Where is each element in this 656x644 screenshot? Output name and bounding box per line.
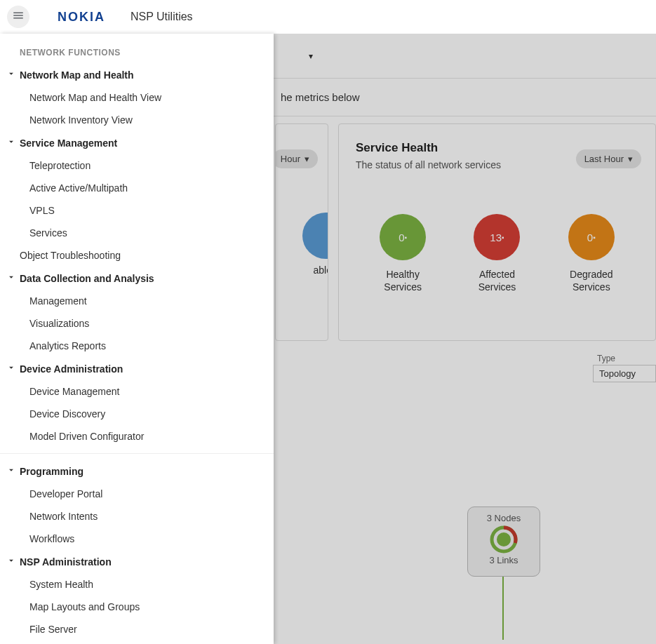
circle-partial-label: able xyxy=(314,264,328,276)
caret-down-icon: ▾ xyxy=(628,154,633,164)
nav-group-network-map-and-health[interactable]: Network Map and Health xyxy=(0,63,274,86)
nav-item-active-active-multipath[interactable]: Active Active/Multipath xyxy=(0,177,274,199)
card-network-health-partial: Hour ▾ able xyxy=(275,123,328,341)
nav-group-service-management[interactable]: Service Management xyxy=(0,131,274,154)
chevron-down-icon xyxy=(4,137,18,149)
nav-divider xyxy=(0,453,274,454)
topology-node-cluster[interactable]: 3 Nodes 3 Links xyxy=(467,507,540,577)
nav-item-device-discovery[interactable]: Device Discovery xyxy=(0,403,274,425)
hamburger-menu-button[interactable] xyxy=(7,6,29,28)
metric-label: AffectedServices xyxy=(458,269,535,293)
time-range-chip[interactable]: Hour ▾ xyxy=(275,149,318,168)
nav-item-developer-portal[interactable]: Developer Portal xyxy=(0,483,274,505)
nav-item-management[interactable]: Management xyxy=(0,290,274,312)
cluster-status-ring-icon xyxy=(490,525,518,554)
hamburger-icon xyxy=(12,9,25,25)
nav-group-device-administration[interactable]: Device Administration xyxy=(0,357,274,380)
topology-link-wire xyxy=(502,577,504,640)
cluster-nodes-label: 3 Nodes xyxy=(468,513,540,523)
type-selector-label: Type xyxy=(593,354,656,363)
time-range-chip[interactable]: Last Hour ▾ xyxy=(576,149,641,168)
nav-item-object-troubleshooting[interactable]: Object Troubleshooting xyxy=(0,244,274,267)
caret-down-icon[interactable]: ▾ xyxy=(309,51,313,61)
circle-partial-blue xyxy=(302,213,328,259)
nav-item-network-inventory-view[interactable]: Network Inventory View xyxy=(0,109,274,131)
time-range-label: Last Hour xyxy=(584,154,624,164)
nav-item-workflows[interactable]: Workflows xyxy=(0,528,274,550)
brand-logo: NOKIA xyxy=(58,10,105,25)
metric-label: DegradedServices xyxy=(553,269,630,293)
type-selector: Type Topology xyxy=(593,354,656,382)
nav-item-system-health[interactable]: System Health xyxy=(0,573,274,596)
nav-item-teleprotection[interactable]: Teleprotection xyxy=(0,154,274,177)
nav-group-label: Network Map and Health xyxy=(20,69,134,81)
chevron-down-icon xyxy=(4,272,18,284)
metric-degraded-services[interactable]: 0▪DegradedServices xyxy=(553,214,630,293)
nav-item-network-map-and-health-view[interactable]: Network Map and Health View xyxy=(0,86,274,109)
nav-group-data-collection-and-analysis[interactable]: Data Collection and Analysis xyxy=(0,267,274,290)
nav-item-vpls[interactable]: VPLS xyxy=(0,199,274,222)
svg-point-1 xyxy=(497,532,511,546)
metric-circle: 0▪ xyxy=(380,214,426,260)
metric-circle: 0▪ xyxy=(568,214,615,260)
cluster-links-label: 3 Links xyxy=(468,555,540,565)
time-range-label: Hour xyxy=(281,154,300,164)
type-selector-field[interactable]: Topology xyxy=(593,365,656,382)
topbar: NOKIA NSP Utilities xyxy=(0,0,656,34)
metric-affected-services[interactable]: 13▪AffectedServices xyxy=(458,214,535,293)
nav-item-map-layouts-and-groups[interactable]: Map Layouts and Groups xyxy=(0,596,274,618)
metric-label: HealthyServices xyxy=(364,269,441,293)
nav-item-model-driven-configurator[interactable]: Model Driven Configurator xyxy=(0,425,274,448)
service-health-circles: 0▪HealthyServices13▪AffectedServices0▪De… xyxy=(356,214,638,293)
card-service-health: Service Health The status of all network… xyxy=(338,123,656,341)
metric-circle: 13▪ xyxy=(474,214,520,260)
nav-item-services[interactable]: Services xyxy=(0,222,274,244)
nav-group-nsp-administration[interactable]: NSP Administration xyxy=(0,550,274,573)
nav-item-analytics-reports[interactable]: Analytics Reports xyxy=(0,335,274,357)
nav-drawer[interactable]: NETWORK FUNCTIONSNetwork Map and HealthN… xyxy=(0,34,274,644)
metric-healthy-services[interactable]: 0▪HealthyServices xyxy=(364,214,441,293)
chevron-down-icon xyxy=(4,69,18,81)
nav-section-header: NETWORK FUNCTIONS xyxy=(0,41,274,63)
nav-group-label: Device Administration xyxy=(20,363,123,375)
chevron-down-icon xyxy=(4,465,18,477)
nav-group-label: Data Collection and Analysis xyxy=(20,273,154,284)
nav-group-label: Programming xyxy=(20,466,83,477)
app-title: NSP Utilities xyxy=(130,11,193,23)
nav-item-file-server[interactable]: File Server xyxy=(0,618,274,640)
chevron-down-icon xyxy=(4,556,18,568)
caret-down-icon: ▾ xyxy=(304,154,309,164)
nav-item-visualizations[interactable]: Visualizations xyxy=(0,312,274,335)
chevron-down-icon xyxy=(4,363,18,375)
nav-group-label: NSP Administration xyxy=(20,556,112,568)
nav-item-network-intents[interactable]: Network Intents xyxy=(0,505,274,528)
nav-group-label: Service Management xyxy=(20,137,117,149)
nav-group-programming[interactable]: Programming xyxy=(0,459,274,483)
nav-item-device-management[interactable]: Device Management xyxy=(0,380,274,403)
